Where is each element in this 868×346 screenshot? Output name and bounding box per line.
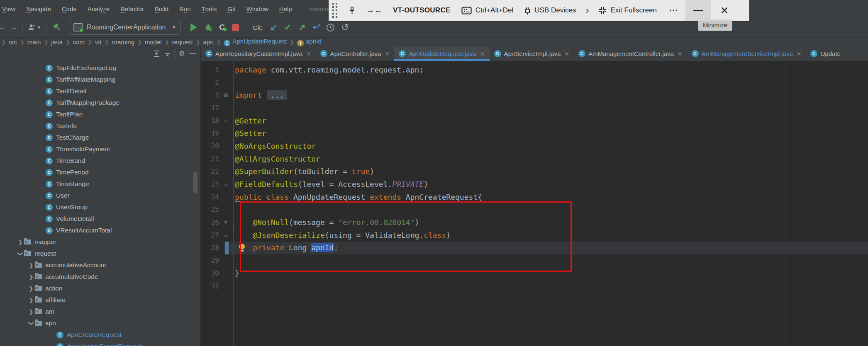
code-line-29[interactable]: 29 — [201, 254, 868, 267]
minimize-button[interactable] — [685, 0, 711, 21]
menu-item-help[interactable]: Help — [274, 0, 297, 17]
breadcrumb-item-roaming[interactable]: roaming — [112, 39, 134, 46]
tab-ApnController.java[interactable]: CApnController.java✕ — [316, 46, 394, 61]
fold-marker-icon[interactable]: ▿ — [222, 118, 229, 124]
rollback-button[interactable]: ↺ — [338, 20, 352, 34]
run-button[interactable] — [187, 20, 201, 34]
code-line-24[interactable]: 24public class ApnUpdateRequest extends … — [201, 191, 868, 203]
code-line-2[interactable]: 2 — [201, 76, 868, 89]
close-button[interactable]: ✕ — [711, 0, 738, 21]
build-hammer-icon[interactable] — [49, 20, 66, 34]
tree-item-TimeRange[interactable]: CTimeRange — [0, 178, 200, 190]
stop-button[interactable] — [228, 20, 242, 34]
menu-item-view[interactable]: View — [0, 0, 21, 17]
fold-marker-icon[interactable]: ▿ — [222, 219, 229, 225]
code-line-21[interactable]: 21@AllArgsConstructor — [201, 152, 868, 165]
git-fetch-button[interactable] — [309, 20, 323, 34]
tree-item-request[interactable]: ❯request — [0, 248, 200, 259]
expand-all-icon[interactable] — [151, 48, 162, 59]
close-icon[interactable]: ✕ — [306, 51, 311, 57]
tab-AmManagementController.java[interactable]: CAmManagementController.java✕ — [574, 46, 687, 61]
more-options-icon[interactable]: ⋯ — [669, 5, 679, 16]
tree-item-ThresholdPayment[interactable]: CThresholdPayment — [0, 143, 200, 155]
fold-marker-icon[interactable]: ▵ — [222, 181, 229, 187]
breadcrumb-item-model[interactable]: model — [145, 39, 162, 46]
close-icon[interactable]: ✕ — [797, 51, 802, 57]
code-line-18[interactable]: 18▿@Getter — [201, 114, 868, 127]
code-line-19[interactable]: 19@Setter — [201, 127, 868, 140]
history-button[interactable] — [323, 20, 338, 34]
chevron-collapsed-icon[interactable]: ❯ — [27, 297, 35, 303]
tab-AmManagementServiceImpl.java[interactable]: CAmManagementServiceImpl.java✕ — [687, 46, 806, 61]
tree-item-accumulativeCode[interactable]: ❯accumulativeCode — [0, 271, 200, 283]
menu-item-git[interactable]: Git — [222, 0, 241, 17]
run-with-coverage-button[interactable]: C — [216, 20, 228, 34]
chevron-expanded-icon[interactable]: ❯ — [28, 319, 34, 327]
code-line-17[interactable]: 17 — [201, 102, 868, 114]
close-icon[interactable]: ✕ — [480, 51, 485, 57]
breadcrumb-item-java[interactable]: java — [51, 39, 63, 46]
close-icon[interactable]: ✕ — [678, 51, 683, 57]
code-line-26[interactable]: 26▿ @NotNull(message = "error.00.020014"… — [201, 216, 868, 229]
code-line-3[interactable]: 3⊞import ... — [201, 89, 868, 102]
menu-item-build[interactable]: Build — [149, 0, 174, 17]
tree-item-TariffMappingPackage[interactable]: CTariffMappingPackage — [0, 97, 200, 109]
chevron-right-icon[interactable]: › — [585, 5, 589, 16]
git-update-button[interactable]: ↙ — [267, 20, 281, 34]
gear-icon[interactable]: ⚙ — [176, 48, 187, 59]
menu-item-refactor[interactable]: Refactor — [115, 0, 149, 17]
chevron-collapsed-icon[interactable]: ❯ — [27, 274, 35, 280]
tab-ApnUpdateRequest.java[interactable]: CApnUpdateRequest.java✕ — [394, 46, 489, 61]
menu-item-code[interactable]: Code — [56, 0, 82, 17]
tree-item-am[interactable]: ❯am — [0, 306, 200, 317]
code-area[interactable]: 1package com.vtt.roaming.model.request.a… — [201, 61, 868, 346]
tree-item-ApnCreateRequest[interactable]: CApnCreateRequest — [0, 329, 200, 341]
code-line-31[interactable]: 31 — [201, 280, 868, 293]
chevron-expanded-icon[interactable]: ❯ — [17, 250, 24, 257]
collapse-toolbar-button[interactable]: →← — [366, 6, 382, 15]
chevron-collapsed-icon[interactable]: ❯ — [17, 239, 24, 245]
chevron-collapsed-icon[interactable]: ❯ — [27, 286, 35, 292]
close-icon[interactable]: ✕ — [564, 51, 569, 57]
debug-button[interactable] — [201, 20, 216, 34]
usb-devices-button[interactable]: USB Devices — [524, 6, 576, 15]
intention-bulb-icon[interactable] — [239, 244, 245, 252]
menu-item-tools[interactable]: Tools — [196, 0, 222, 17]
back-icon[interactable]: ← — [0, 20, 7, 34]
fold-marker-icon[interactable]: ⊞ — [222, 92, 229, 98]
tree-item-TaxInfo[interactable]: CTaxInfo — [0, 120, 200, 132]
tree-item-TimeBand[interactable]: CTimeBand — [0, 155, 200, 167]
tree-item-TariffDetail[interactable]: CTariffDetail — [0, 85, 200, 97]
tree-item-TapFileExchangeLog[interactable]: CTapFileExchangeLog — [0, 62, 200, 74]
code-line-25[interactable]: 25 — [201, 203, 868, 216]
tree-item-TimePeriod[interactable]: CTimePeriod — [0, 167, 200, 178]
menu-item-navigate[interactable]: Navigate — [21, 0, 56, 17]
run-configuration-select[interactable]: RoamingCenterApplication ▼ — [69, 20, 181, 35]
hide-panel-icon[interactable]: — — [187, 48, 198, 59]
tab-Update[interactable]: CUpdate — [806, 46, 845, 61]
tree-item-action[interactable]: ❯action — [0, 283, 200, 294]
tab-ApnServiceImpl.java[interactable]: CApnServiceImpl.java✕ — [490, 46, 574, 61]
menu-item-window[interactable]: Window — [241, 0, 273, 17]
tree-item-ApnHeaderExportRequest[interactable]: CApnHeaderExportRequest — [0, 341, 200, 346]
tree-item-TariffAffiliateMapping[interactable]: CTariffAffiliateMapping — [0, 74, 200, 85]
breadcrumb-class-item[interactable]: CApnUpdateRequest — [224, 38, 287, 47]
git-commit-button[interactable]: ✓ — [281, 20, 295, 34]
close-icon[interactable]: ✕ — [385, 51, 390, 57]
tree-item-TestCharge[interactable]: CTestCharge — [0, 132, 200, 143]
code-line-23[interactable]: 23▵@FieldDefaults(level = AccessLevel.PR… — [201, 178, 868, 191]
tree-scrollbar[interactable] — [193, 172, 197, 194]
breadcrumb-item-com[interactable]: com — [73, 39, 85, 46]
git-push-button[interactable]: ↗ — [295, 20, 309, 34]
code-line-30[interactable]: 30} — [201, 267, 868, 280]
tree-item-VolumeDetail[interactable]: CVolumeDetail — [0, 213, 200, 225]
pin-button[interactable] — [349, 6, 356, 15]
breadcrumb-item-vtt[interactable]: vtt — [95, 39, 102, 46]
drag-handle[interactable] — [332, 3, 337, 18]
tree-item-affiliate[interactable]: ❯affiliate — [0, 294, 200, 306]
chevron-collapsed-icon[interactable]: ❯ — [27, 309, 35, 315]
user-account-icon[interactable]: ▼ — [25, 20, 44, 34]
tree-item-mapper[interactable]: ❯mapper — [0, 236, 200, 248]
menu-item-run[interactable]: Run — [174, 0, 196, 17]
fold-marker-icon[interactable]: ▵ — [222, 232, 229, 238]
